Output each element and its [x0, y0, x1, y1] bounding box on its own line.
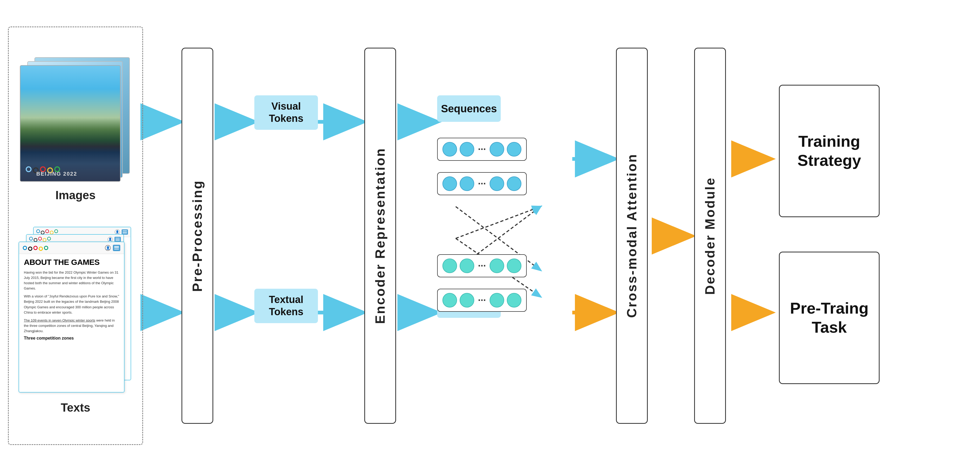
webpage-front: 👤 ABOUT THE GAMES Having won the bid for…: [19, 242, 124, 393]
input-section: BEIJING 2022 Images: [8, 27, 143, 445]
textual-tokens-box: TextualTokens: [255, 289, 318, 323]
output2-box: Pre-Traing Task: [779, 252, 880, 384]
images-block: BEIJING 2022 Images: [20, 57, 131, 202]
texts-block: 👤 AB Having w...became t...editions ... …: [19, 227, 132, 414]
webpage-link: The 109 events in seven Olympic winter s…: [24, 318, 95, 323]
decoder-label: Decoder Module: [702, 177, 718, 295]
output1-box: Training Strategy: [779, 85, 880, 217]
img-front: BEIJING 2022: [20, 65, 121, 182]
preproc-label: Pre-Processing: [190, 180, 205, 292]
texts-label: Texts: [60, 401, 90, 414]
visual-tokens-box: VisualTokens: [255, 95, 318, 130]
images-label: Images: [56, 189, 95, 202]
encoder-label: Encoder Representation: [372, 148, 388, 324]
preproc-box: Pre-Processing: [181, 48, 213, 424]
encoder-box: Encoder Representation: [364, 48, 396, 424]
decoder-box: Decoder Module: [694, 48, 726, 424]
output1-label: Training Strategy: [797, 132, 861, 170]
webpage-subtitle: Three competition zones: [24, 336, 119, 341]
crossmodal-box: Cross-modal Attention: [616, 48, 648, 424]
output2-label: Pre-Traing Task: [790, 299, 869, 337]
webpage-title: ABOUT THE GAMES: [24, 258, 119, 267]
textual-tokens-label: TextualTokens: [269, 294, 303, 318]
webpage-body-1: Having won the bid for the 2022 Olympic …: [24, 270, 119, 291]
visual-tokens-label: VisualTokens: [269, 100, 303, 124]
circles-row-3: ···: [437, 254, 527, 277]
circles-row-4: ···: [437, 289, 527, 312]
circles-row-1: ···: [437, 138, 527, 161]
svg-line-19: [456, 207, 541, 238]
webpage-body-2: With a vision of "Joyful Rendezvous upon…: [24, 294, 119, 315]
crossmodal-label: Cross-modal Attention: [624, 153, 640, 318]
sequences-top-box: Sequences: [437, 95, 501, 122]
circles-row-2: ···: [437, 172, 527, 195]
image-stack: BEIJING 2022: [20, 57, 131, 184]
webpage-stack: 👤 AB Having w...became t...editions ... …: [19, 227, 132, 394]
diagram-container: BEIJING 2022 Images: [0, 0, 980, 472]
sequences-top-label: Sequences: [441, 103, 497, 115]
arrows-svg: [0, 0, 980, 472]
